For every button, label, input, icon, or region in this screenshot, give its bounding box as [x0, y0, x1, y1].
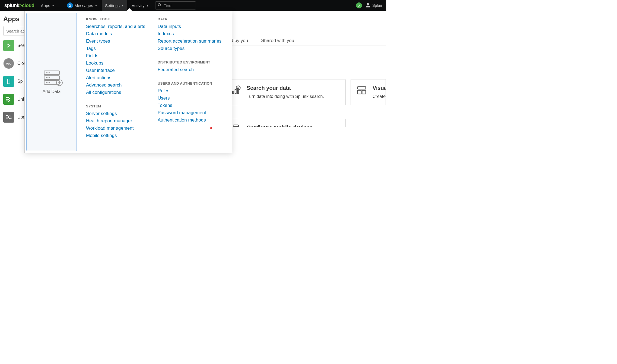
- app-label: Uni: [17, 97, 24, 102]
- card-visualize[interactable]: Visualiz Create d: [351, 79, 386, 105]
- logo-text-1: splunk: [4, 3, 19, 8]
- logo[interactable]: splunk>cloud: [2, 0, 37, 11]
- health-status-icon[interactable]: [356, 2, 362, 8]
- link-lookups[interactable]: Lookups: [86, 60, 158, 66]
- nav-user-label: Splun: [372, 3, 382, 8]
- annotation-arrow: [209, 126, 231, 127]
- svg-rect-28: [358, 87, 366, 89]
- app-icon-inspect-icon: [3, 112, 14, 123]
- link-workload-management[interactable]: Workload management: [86, 126, 158, 127]
- svg-rect-29: [358, 90, 361, 94]
- section-distributed-title: DISTRIBUTED ENVIRONMENT: [158, 60, 229, 64]
- nav-find-input[interactable]: [163, 3, 193, 8]
- dashboard-icon: [356, 85, 367, 96]
- app-label: Spl: [17, 79, 24, 84]
- app-label: Sea: [17, 43, 25, 48]
- link-authentication-methods[interactable]: Authentication methods: [158, 117, 229, 123]
- nav-settings[interactable]: Settings ▼: [102, 0, 127, 11]
- link-password-management[interactable]: Password management: [158, 110, 229, 116]
- add-data-icon: [42, 70, 61, 85]
- link-indexes[interactable]: Indexes: [158, 31, 229, 37]
- svg-rect-25: [235, 90, 236, 94]
- card-desc: Create d: [373, 93, 386, 100]
- link-data-models[interactable]: Data models: [86, 31, 158, 37]
- dropdown-columns: KNOWLEDGE Searches, reports, and alerts …: [78, 11, 232, 127]
- tab-label: Shared with you: [261, 38, 294, 43]
- tab-shared-with-you[interactable]: Shared with you: [261, 38, 294, 46]
- card-configure-mobile[interactable]: Configure mobile devices Login or manage…: [225, 119, 346, 127]
- section-knowledge: KNOWLEDGE Searches, reports, and alerts …: [86, 17, 158, 97]
- nav-apps-label: Apps: [41, 3, 50, 8]
- link-report-acceleration[interactable]: Report acceleration summaries: [158, 39, 229, 44]
- top-navbar: splunk>cloud Apps ▼ 2 Messages ▼ Setting…: [0, 0, 386, 11]
- link-fields[interactable]: Fields: [86, 53, 158, 59]
- caret-down-icon: ▼: [52, 4, 55, 7]
- section-system: SYSTEM Server settings Health report man…: [86, 104, 158, 127]
- card-title: Visualiz: [373, 85, 386, 91]
- svg-line-1: [160, 5, 161, 6]
- caret-down-icon: ▼: [121, 4, 124, 7]
- tab-created-by-you[interactable]: d by you: [231, 38, 248, 46]
- section-users-auth-title: USERS AND AUTHENTICATION: [158, 81, 229, 85]
- tab-label: d by you: [231, 38, 248, 43]
- app-icon-app-icon: App: [3, 58, 14, 69]
- caret-down-icon: ▼: [95, 4, 97, 7]
- svg-line-23: [11, 118, 12, 119]
- nav-messages[interactable]: 2 Messages ▼: [64, 0, 101, 11]
- dropdown-col-2: DATA Data inputs Indexes Report accelera…: [158, 17, 229, 127]
- section-knowledge-title: KNOWLEDGE: [86, 17, 158, 21]
- link-user-interface[interactable]: User interface: [86, 68, 158, 73]
- app-icon-chevron-icon: [3, 40, 14, 51]
- section-data-title: DATA: [158, 17, 229, 21]
- settings-dropdown: Add Data KNOWLEDGE Searches, reports, an…: [24, 11, 232, 127]
- nav-apps[interactable]: Apps ▼: [38, 0, 58, 11]
- card-search-data[interactable]: Search your data Turn data into doing wi…: [225, 79, 346, 105]
- link-advanced-search[interactable]: Advanced search: [86, 82, 158, 88]
- dropdown-pointer: [127, 8, 132, 11]
- svg-rect-24: [233, 91, 234, 94]
- logo-text-2: cloud: [22, 3, 34, 8]
- svg-point-2: [367, 3, 369, 5]
- svg-point-22: [8, 116, 11, 119]
- link-federated-search[interactable]: Federated search: [158, 67, 229, 72]
- link-all-configurations[interactable]: All configurations: [86, 90, 158, 95]
- caret-down-icon: ▼: [146, 4, 149, 7]
- nav-settings-label: Settings: [105, 3, 120, 8]
- section-users-auth: USERS AND AUTHENTICATION Roles Users Tok…: [158, 81, 229, 125]
- link-tags[interactable]: Tags: [86, 46, 158, 51]
- nav-activity-label: Activity: [132, 3, 145, 8]
- app-label: Upg: [17, 115, 25, 120]
- card-title: Search your data: [247, 85, 324, 91]
- nav-messages-label: Messages: [75, 3, 93, 8]
- nav-user[interactable]: Splun: [363, 2, 384, 9]
- link-health-report-manager[interactable]: Health report manager: [86, 118, 158, 124]
- link-roles[interactable]: Roles: [158, 88, 229, 94]
- link-users[interactable]: Users: [158, 95, 229, 101]
- link-data-inputs[interactable]: Data inputs: [158, 24, 229, 29]
- link-alert-actions[interactable]: Alert actions: [86, 75, 158, 81]
- section-distributed: DISTRIBUTED ENVIRONMENT Federated search: [158, 60, 229, 74]
- section-system-title: SYSTEM: [86, 104, 158, 108]
- logo-gt: >: [19, 3, 22, 8]
- app-icon-forward-icon: [3, 94, 14, 105]
- add-data-tile[interactable]: Add Data: [26, 13, 77, 127]
- link-server-settings[interactable]: Server settings: [86, 111, 158, 116]
- section-data: DATA Data inputs Indexes Report accelera…: [158, 17, 229, 53]
- link-tokens[interactable]: Tokens: [158, 103, 229, 108]
- dropdown-col-1: KNOWLEDGE Searches, reports, and alerts …: [86, 17, 158, 127]
- app-icon-phone-icon: [3, 76, 14, 87]
- link-searches-reports-alerts[interactable]: Searches, reports, and alerts: [86, 24, 158, 29]
- svg-point-0: [158, 4, 161, 6]
- svg-rect-30: [362, 90, 366, 94]
- card-desc: Turn data into doing with Splunk search.: [247, 93, 324, 100]
- messages-badge: 2: [67, 2, 73, 8]
- svg-rect-26: [237, 88, 239, 94]
- nav-find-box[interactable]: [155, 1, 196, 9]
- search-icon: [158, 3, 162, 8]
- user-icon: [365, 2, 371, 9]
- add-data-label: Add Data: [43, 89, 61, 94]
- link-source-types[interactable]: Source types: [158, 46, 229, 51]
- link-event-types[interactable]: Event types: [86, 39, 158, 44]
- card-title: Configure mobile devices: [247, 124, 340, 127]
